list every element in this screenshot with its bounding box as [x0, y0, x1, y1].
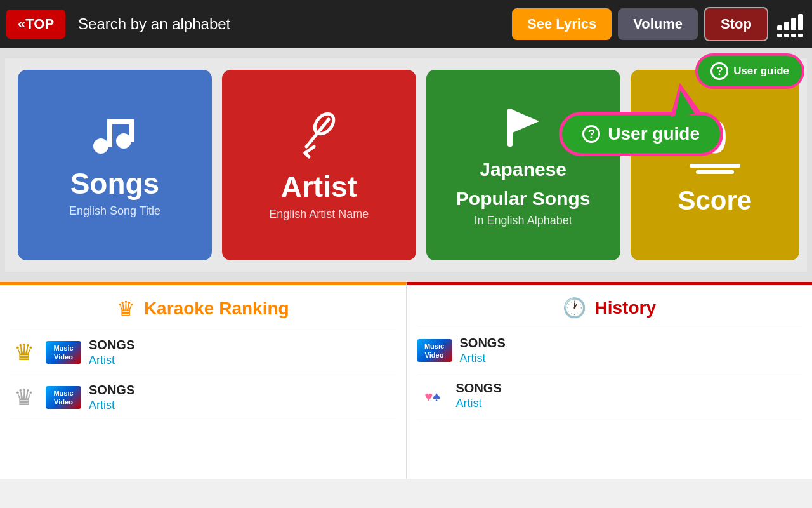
history-music-video-badge-1: MusicVideo — [417, 339, 452, 363]
svg-rect-3 — [107, 119, 129, 124]
rank-crown-gold-icon: ♛ — [10, 339, 38, 366]
rank-1-artist-name: Artist — [89, 354, 134, 367]
music-video-badge-1: MusicVideo — [46, 341, 81, 364]
history-2-artist-name: Artist — [456, 397, 502, 410]
svg-rect-9 — [508, 109, 513, 147]
score-number: 0 — [702, 114, 728, 160]
list-item[interactable]: MusicVideo SONGS Artist — [417, 328, 802, 373]
crown-icon: ♛ — [117, 297, 135, 321]
japanese-card-title-line1: Japanese — [456, 158, 591, 181]
history-panel-header: 🕐 History — [417, 285, 802, 328]
history-2-song-name: SONGS — [456, 381, 502, 396]
songs-card[interactable]: Songs English Song Title — [18, 70, 212, 260]
rank-2-artist-name: Artist — [89, 399, 134, 412]
japanese-card-title-line2: Popular Songs — [456, 187, 591, 210]
history-1-song-info: SONGS Artist — [460, 336, 506, 365]
svg-rect-4 — [129, 119, 134, 142]
history-1-artist-name: Artist — [460, 352, 506, 365]
rank-2-song-info: SONGS Artist — [89, 383, 134, 412]
stop-button[interactable]: Stop — [704, 7, 768, 41]
artist-card-title: Artist — [281, 170, 357, 204]
score-line-1 — [690, 164, 740, 168]
songs-card-subtitle: English Song Title — [69, 204, 160, 218]
svg-marker-10 — [513, 110, 539, 133]
music-video-badge-2: MusicVideo — [46, 386, 81, 410]
microphone-icon — [300, 110, 338, 161]
signal-icon — [775, 9, 806, 39]
search-label: Search by an alphabet — [72, 15, 506, 33]
flag-icon — [501, 104, 546, 148]
history-2-song-info: SONGS Artist — [456, 381, 502, 410]
score-card-title: Score — [678, 185, 752, 216]
songs-card-title: Songs — [70, 166, 160, 201]
japanese-card-subtitle: In English Alphabet — [456, 214, 591, 227]
cards-section: Songs English Song Title Artist English … — [5, 58, 807, 272]
user-guide-corner-label: User guide — [733, 65, 789, 77]
see-lyrics-button[interactable]: See Lyrics — [512, 8, 612, 40]
header: «TOP Search by an alphabet See Lyrics Vo… — [0, 0, 812, 48]
ranking-panel-header: ♛ Karaoke Ranking — [10, 285, 396, 330]
rank-crown-silver-icon: ♛ — [10, 384, 38, 411]
volume-button[interactable]: Volume — [618, 8, 698, 40]
svg-line-8 — [305, 153, 309, 157]
rank-1-song-name: SONGS — [89, 338, 134, 352]
music-note-icon — [89, 113, 140, 157]
japanese-card[interactable]: Japanese Popular Songs In English Alphab… — [426, 70, 620, 260]
history-panel-title: History — [595, 298, 656, 318]
history-panel: 🕐 History MusicVideo SONGS Artist ♥♠ SON… — [407, 282, 813, 479]
table-row[interactable]: ♛ MusicVideo SONGS Artist — [10, 375, 396, 420]
ranking-panel-title: Karaoke Ranking — [144, 298, 289, 319]
list-item[interactable]: ♥♠ SONGS Artist — [417, 373, 802, 418]
bottom-section: ♛ Karaoke Ranking ♛ MusicVideo SONGS Art… — [0, 282, 812, 479]
top-button[interactable]: «TOP — [6, 10, 65, 39]
history-1-song-name: SONGS — [460, 336, 506, 351]
score-line-2 — [696, 170, 734, 174]
artist-card[interactable]: Artist English Artist Name — [222, 70, 416, 260]
duet-hearts-icon: ♥♠ — [417, 385, 449, 406]
rank-2-song-name: SONGS — [89, 383, 134, 398]
svg-point-0 — [93, 138, 108, 154]
ranking-panel: ♛ Karaoke Ranking ♛ MusicVideo SONGS Art… — [0, 282, 407, 479]
clock-icon: 🕐 — [563, 297, 586, 319]
rank-1-song-info: SONGS Artist — [89, 338, 134, 367]
score-card[interactable]: 0 Score — [631, 70, 799, 260]
table-row[interactable]: ♛ MusicVideo SONGS Artist — [10, 330, 396, 375]
question-icon: ? — [710, 62, 728, 80]
user-guide-corner-button[interactable]: ? User guide — [695, 53, 804, 89]
artist-card-subtitle: English Artist Name — [269, 208, 369, 221]
